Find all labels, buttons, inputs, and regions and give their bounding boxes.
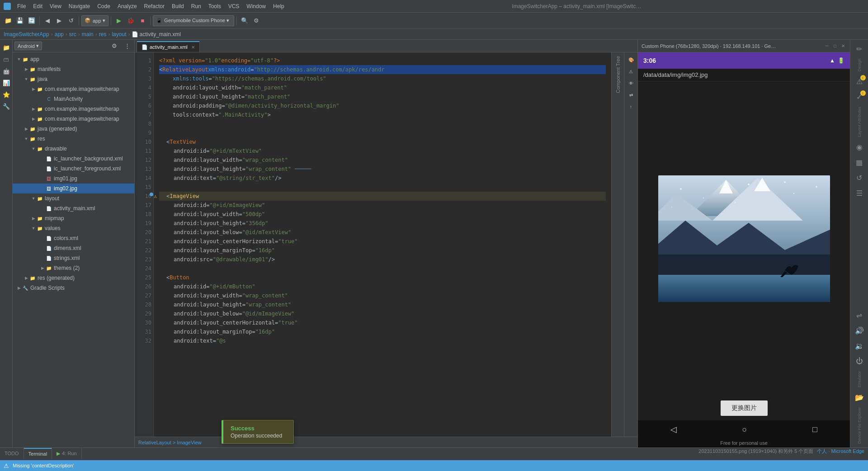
design-btn[interactable]: ✏: [852, 42, 867, 56]
toolbar-save-btn[interactable]: 💾: [14, 15, 25, 26]
android-dropdown[interactable]: Android ▾: [14, 42, 42, 50]
tree-img01[interactable]: 🖼 img01.jpg: [13, 174, 134, 184]
tree-activity-main[interactable]: 📄 activity_main.xml: [13, 203, 134, 213]
vtab-project[interactable]: 📁: [1, 42, 12, 53]
tab-terminal[interactable]: Terminal: [24, 448, 52, 459]
menu-window[interactable]: Window: [244, 2, 269, 10]
tree-arrow-layout[interactable]: ▼: [31, 196, 36, 201]
breadcrumb-main[interactable]: main: [82, 31, 94, 38]
tree-java-gen[interactable]: ▶ 📁 java (generated): [13, 124, 134, 134]
vol-down-btn[interactable]: 🔉: [852, 339, 867, 353]
tree-arrow-res[interactable]: ▼: [24, 136, 29, 141]
chat-btn[interactable]: ☰: [852, 186, 867, 200]
tree-arrow-res-gen[interactable]: ▶: [24, 275, 29, 281]
vol-up-btn[interactable]: 🔊: [852, 323, 867, 338]
rotate-btn[interactable]: ↺: [852, 170, 867, 185]
tree-arrow-values[interactable]: ▼: [31, 226, 36, 231]
tree-img02[interactable]: 🖼 img02.jpg: [13, 184, 134, 193]
share-btn[interactable]: ⇌: [852, 308, 867, 322]
breadcrumb-layout[interactable]: layout: [112, 31, 126, 38]
component-tree-label[interactable]: Component Tree: [615, 56, 621, 93]
tree-arrow-app[interactable]: ▼: [16, 57, 22, 62]
tab-run[interactable]: ▶ 4: Run: [52, 448, 81, 459]
tree-manifests[interactable]: ▶ 📁 manifests: [13, 64, 134, 74]
tree-ic-bg[interactable]: 📄 ic_launcher_background.xml: [13, 154, 134, 164]
tree-colors[interactable]: 📄 colors.xml: [13, 233, 134, 243]
validation-btn[interactable]: ✓ !: [852, 89, 867, 104]
tree-mipmap[interactable]: ▶ 📁 mipmap: [13, 213, 134, 223]
palette-up-btn[interactable]: ↑: [626, 101, 637, 112]
palette-btn[interactable]: 🎨: [626, 54, 637, 65]
toolbar-sync-btn[interactable]: 🔄: [26, 15, 37, 26]
palette-warn-btn[interactable]: ⚠: [626, 66, 637, 77]
tree-arrow-com2[interactable]: ▶: [31, 106, 36, 112]
tree-res[interactable]: ▼ 📁 res: [13, 134, 134, 144]
nav-home-btn[interactable]: ○: [742, 425, 747, 434]
tree-res-gen[interactable]: ▶ 📁 res (generated): [13, 273, 134, 283]
breadcrumb-app[interactable]: ImageSwitcherApp: [4, 31, 49, 38]
device-dropdown[interactable]: 📱 Genymobile Custom Phone ▾: [153, 15, 234, 26]
menu-tools[interactable]: Tools: [206, 2, 224, 10]
tree-sync-btn[interactable]: ⚙: [109, 41, 120, 52]
tree-strings[interactable]: 📄 strings.xml: [13, 253, 134, 263]
menu-refactor[interactable]: Refactor: [142, 2, 167, 10]
tree-com1[interactable]: ▶ 📁 com.example.imageswitcherap: [13, 84, 134, 94]
toolbar-search-btn[interactable]: 🔍: [239, 15, 250, 26]
menu-code[interactable]: Code: [94, 2, 113, 10]
project-dropdown[interactable]: 📦 app ▾: [81, 15, 108, 26]
palette-eye-btn[interactable]: 👁: [626, 78, 637, 89]
phone-minimize-btn[interactable]: ─: [824, 43, 830, 49]
palette-sync2-btn[interactable]: ⇄: [626, 89, 637, 100]
tree-gradle[interactable]: ▶ 🔧 Gradle Scripts: [13, 283, 134, 293]
tree-arrow-mipmap[interactable]: ▶: [31, 216, 36, 221]
bottom-imageview-link[interactable]: ImageView: [177, 440, 201, 445]
tree-arrow-com1[interactable]: ▶: [31, 86, 36, 92]
bottom-tab-text[interactable]: 个人 · Microsoft Edge: [817, 448, 864, 455]
breadcrumb-module[interactable]: app: [55, 31, 64, 38]
toolbar-forward-btn[interactable]: ▶: [54, 15, 65, 26]
bottom-relativelayout-link[interactable]: RelativeLayout: [138, 440, 171, 445]
toolbar-debug-btn[interactable]: 🐞: [125, 15, 136, 26]
switch-image-button[interactable]: 更换图片: [721, 400, 768, 416]
tree-arrow-java-gen[interactable]: ▶: [24, 126, 29, 132]
breadcrumb-src[interactable]: src: [69, 31, 76, 38]
tree-java[interactable]: ▼ 📁 java: [13, 74, 134, 84]
code-editor[interactable]: <?xml version="1.0" encoding="utf-8"?> <…: [154, 52, 611, 437]
tree-arrow-gradle[interactable]: ▶: [16, 285, 22, 291]
menu-help[interactable]: Help: [270, 2, 287, 10]
tree-arrow-java[interactable]: ▼: [24, 76, 29, 82]
toolbar-run-btn[interactable]: ▶: [113, 15, 124, 26]
device-file-btn[interactable]: 📂: [852, 390, 867, 405]
toolbar-settings-btn[interactable]: ⚙: [251, 15, 262, 26]
toolbar-back-btn[interactable]: ◀: [42, 15, 53, 26]
tree-themes[interactable]: ▶ 📁 themes (2): [13, 263, 134, 273]
phone-maximize-btn[interactable]: □: [832, 43, 838, 49]
tree-mainactivity[interactable]: C MainActivity: [13, 94, 134, 104]
tree-com2[interactable]: ▶ 📁 com.example.imageswitcherap: [13, 104, 134, 114]
phone-close-btn[interactable]: ✕: [840, 43, 846, 49]
menu-build[interactable]: Build: [169, 2, 187, 10]
tree-arrow-manifests[interactable]: ▶: [24, 66, 29, 72]
vtab-structure[interactable]: 📊: [1, 77, 12, 88]
vtab-resource[interactable]: 🗃: [1, 54, 12, 65]
menu-view[interactable]: View: [47, 2, 64, 10]
menu-edit[interactable]: Edit: [30, 2, 45, 10]
nav-back-btn[interactable]: ◁: [670, 424, 677, 434]
tree-arrow-com3[interactable]: ▶: [31, 116, 36, 122]
vtab-favorites[interactable]: ⭐: [1, 89, 12, 100]
tree-arrow-drawable[interactable]: ▼: [31, 146, 36, 151]
vtab-android[interactable]: 🤖: [1, 66, 12, 76]
menu-file[interactable]: File: [14, 2, 28, 10]
tree-com3[interactable]: ▶ 📁 com.example.imageswitcherap: [13, 114, 134, 124]
tree-app[interactable]: ▼ 📁 app: [13, 54, 134, 64]
tree-values[interactable]: ▼ 📁 values: [13, 223, 134, 233]
toolbar-stop-btn[interactable]: ■: [137, 15, 148, 26]
editor-tab-activity-main[interactable]: 📄 activity_main.xml ✕: [137, 41, 200, 52]
toolbar-open-btn[interactable]: 📁: [3, 15, 14, 26]
tree-arrow-themes[interactable]: ▶: [40, 265, 45, 271]
gps-btn[interactable]: ◉: [852, 140, 867, 154]
menu-analyze[interactable]: Analyze: [115, 2, 140, 10]
nav-recent-btn[interactable]: □: [812, 425, 817, 434]
tree-dimens[interactable]: 📄 dimens.xml: [13, 243, 134, 253]
toolbar-refresh-btn[interactable]: ↺: [66, 15, 76, 26]
